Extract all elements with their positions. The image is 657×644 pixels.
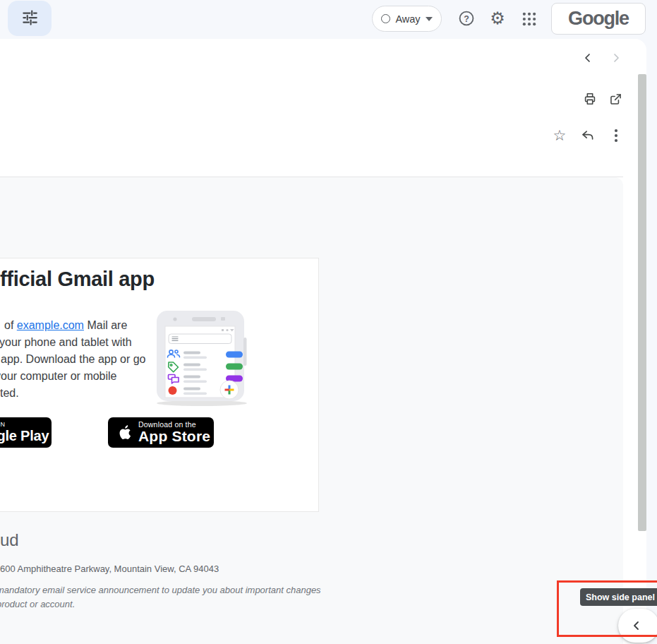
- status-dropdown[interactable]: Away: [372, 6, 442, 32]
- reply-icon: [580, 128, 596, 143]
- footer-brand: ud: [0, 530, 19, 550]
- chevron-left-icon: [582, 52, 593, 64]
- more-vert-icon: [615, 129, 617, 141]
- show-side-panel-tooltip: Show side panel: [580, 588, 657, 606]
- footer-disclaimer-line-2: product or account.: [0, 599, 75, 609]
- apps-launcher-button[interactable]: [519, 9, 539, 29]
- appstore-badge-large-text: App Store: [138, 429, 210, 444]
- apps-grid-icon: [522, 11, 537, 27]
- open-in-new-button[interactable]: [606, 90, 625, 108]
- help-button[interactable]: ?: [457, 8, 476, 28]
- show-side-panel-button[interactable]: [618, 609, 657, 643]
- play-badge-large-text: Google Play: [0, 429, 49, 443]
- app-store-badge[interactable]: Download on the App Store: [108, 417, 214, 448]
- status-label: Away: [395, 13, 420, 25]
- body-line-1: of example.com Mail are: [4, 317, 127, 334]
- body-line-5: ted.: [0, 385, 19, 402]
- google-logo: Google: [568, 8, 629, 30]
- status-circle-icon: [381, 14, 390, 23]
- body-line-2: your phone and tablet with: [0, 334, 132, 351]
- example-link[interactable]: example.com: [17, 319, 84, 331]
- settings-button[interactable]: ⚙: [488, 8, 507, 28]
- reply-button[interactable]: [579, 126, 597, 145]
- phone-illustration: [150, 309, 247, 407]
- print-button[interactable]: [581, 90, 599, 108]
- more-options-button[interactable]: [607, 126, 625, 145]
- footer-disclaimer-line-1: mandatory email service announcement to …: [0, 585, 321, 595]
- google-play-badge[interactable]: GET IT ON Google Play: [0, 417, 52, 448]
- chevron-right-icon: [610, 52, 622, 64]
- svg-text:?: ?: [464, 14, 469, 24]
- body-text: Mail are: [84, 319, 127, 331]
- help-icon: ?: [457, 9, 476, 28]
- star-icon: ☆: [553, 129, 567, 143]
- gear-icon: ⚙: [490, 10, 505, 27]
- body-text: of: [4, 319, 17, 331]
- newer-conversation-button[interactable]: [579, 49, 597, 67]
- body-line-3: app. Download the app or go: [1, 351, 145, 368]
- body-line-4: your computer or mobile: [0, 368, 117, 385]
- google-logo-card: Google: [551, 3, 646, 35]
- tune-icon: [20, 8, 39, 29]
- vertical-scrollbar[interactable]: [638, 74, 646, 531]
- apple-icon: [117, 424, 132, 441]
- email-heading: fficial Gmail app: [0, 268, 155, 291]
- top-header: Away ? ⚙ Google: [0, 0, 657, 39]
- footer-address: 600 Amphitheatre Parkway, Mountain View,…: [0, 564, 219, 574]
- chevron-left-icon: [631, 620, 642, 631]
- print-icon: [582, 91, 598, 107]
- open-in-new-icon: [608, 92, 623, 107]
- email-content-area: fficial Gmail app of example.com Mail ar…: [0, 177, 623, 644]
- star-button[interactable]: ☆: [550, 126, 569, 145]
- chevron-down-icon: [426, 17, 433, 21]
- tune-filter-button[interactable]: [8, 1, 52, 36]
- reading-pane: ☆ fficial Gmail app of example.com Mail …: [0, 39, 646, 644]
- older-conversation-button[interactable]: [607, 49, 625, 67]
- tooltip-text: Show side panel: [586, 592, 655, 602]
